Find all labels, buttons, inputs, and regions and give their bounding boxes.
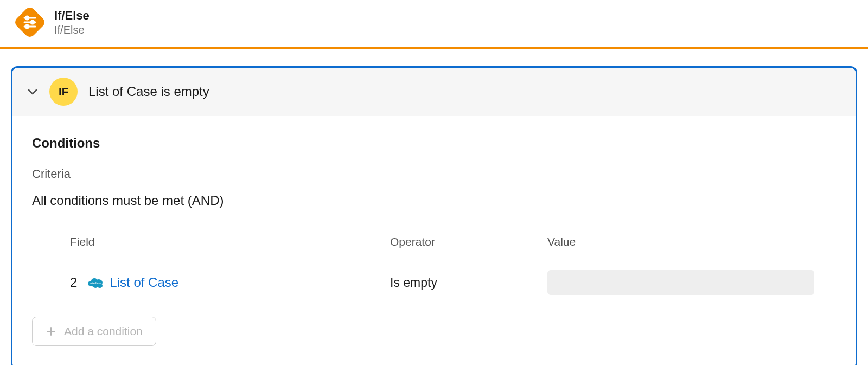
page-header: If/Else If/Else: [0, 0, 868, 47]
condition-field-cell[interactable]: 2 salesforce: [70, 264, 379, 290]
add-condition-button[interactable]: Add a condition: [32, 317, 156, 346]
chevron-down-icon[interactable]: [27, 86, 39, 98]
condition-grid: Field Operator Value 2: [70, 235, 814, 295]
criteria-label: Criteria: [32, 167, 836, 181]
header-subtitle: If/Else: [54, 24, 90, 36]
column-header-operator: Operator: [390, 235, 537, 248]
column-header-field: Field: [70, 235, 379, 248]
if-panel: IF List of Case is empty Conditions Crit…: [11, 66, 857, 365]
header-text-block: If/Else If/Else: [54, 9, 90, 36]
if-else-icon: [15, 8, 44, 37]
condition-operator-value: Is empty: [390, 276, 437, 290]
condition-operator-cell[interactable]: Is empty: [390, 265, 537, 290]
panel-header-text: List of Case is empty: [88, 84, 209, 99]
add-condition-label: Add a condition: [64, 325, 143, 338]
header-title: If/Else: [54, 9, 90, 23]
column-header-value: Value: [547, 235, 814, 248]
svg-point-4: [25, 16, 29, 20]
salesforce-icon: salesforce: [87, 276, 104, 289]
plus-icon: [46, 326, 56, 337]
svg-point-11: [97, 284, 103, 288]
svg-text:salesforce: salesforce: [90, 281, 101, 284]
panel-body: Conditions Criteria All conditions must …: [12, 116, 856, 365]
main-container: IF List of Case is empty Conditions Crit…: [0, 49, 868, 365]
conditions-heading: Conditions: [32, 136, 836, 151]
condition-number: 2: [70, 275, 77, 290]
condition-value-cell[interactable]: [547, 270, 814, 295]
svg-point-5: [31, 21, 34, 24]
if-badge: IF: [49, 78, 78, 106]
svg-point-6: [25, 25, 29, 28]
criteria-value: All conditions must be met (AND): [32, 193, 836, 208]
panel-header[interactable]: IF List of Case is empty: [12, 68, 856, 116]
condition-field-link[interactable]: List of Case: [110, 275, 178, 290]
